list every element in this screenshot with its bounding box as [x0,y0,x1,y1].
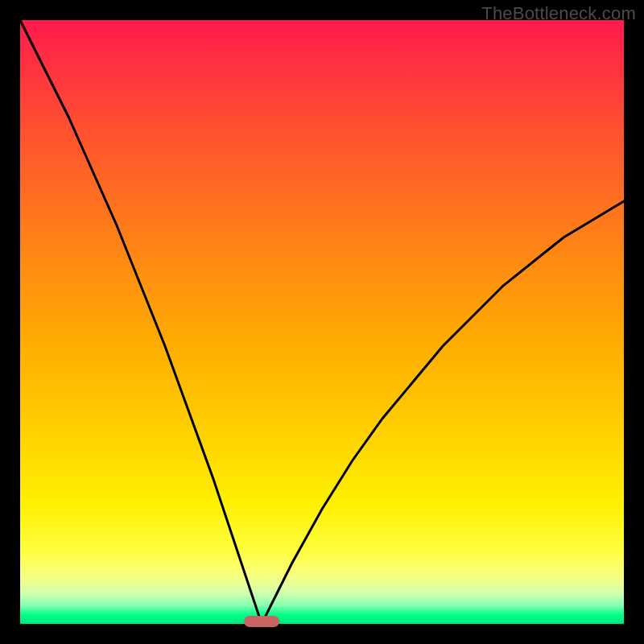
watermark-text: TheBottleneck.com [481,3,636,24]
curves-layer [20,20,624,624]
curve-left-branch [20,20,262,624]
optimum-marker [244,616,279,627]
outer-frame: TheBottleneck.com [0,0,644,644]
curve-right-branch [262,201,624,624]
